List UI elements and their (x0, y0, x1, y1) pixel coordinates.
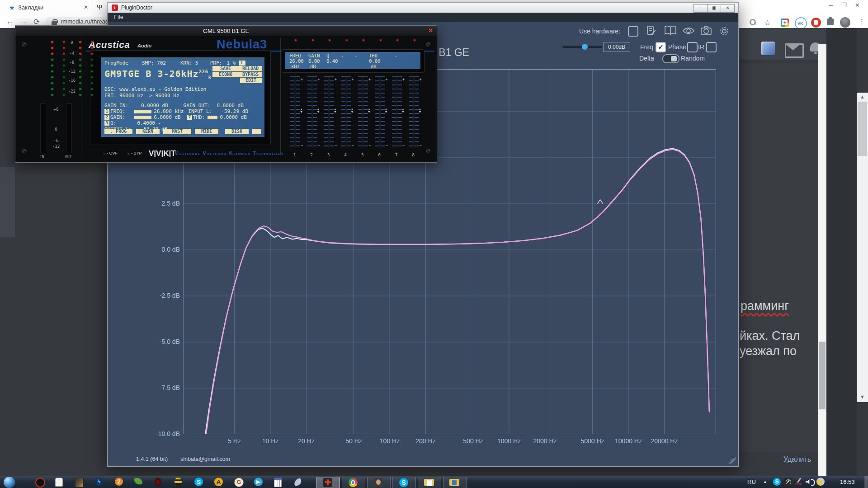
pd-close-button[interactable]: ✕ (721, 4, 735, 13)
forum-logo-cube-icon[interactable] (761, 42, 775, 55)
lcd-bottom-button-blank[interactable] (252, 129, 261, 134)
leaf-app-icon[interactable] (135, 478, 146, 487)
page-scrollbar-thumb[interactable] (858, 102, 867, 156)
tab-bookmarks[interactable]: Закладки (18, 4, 43, 11)
skype-taskbar-button[interactable]: S (392, 477, 416, 488)
aimp-app-icon[interactable]: A (214, 478, 225, 487)
plugindoctor-titlebar[interactable]: + PluginDoctor ─ ▣ ✕ (108, 3, 738, 13)
calculator-app-icon[interactable] (274, 478, 285, 487)
nebula-titlebar[interactable]: GML 9500 B1 GE ✕ (15, 26, 437, 36)
menu-file[interactable]: File (114, 14, 123, 20)
lcd-prog-line[interactable]: ProgModeSMP: 702KRN: 5PRF:1 %L (104, 60, 245, 66)
forward-icon[interactable]: → (20, 17, 28, 26)
guitarpro-app-icon[interactable]: G (234, 478, 245, 487)
lcd-button-save[interactable]: SAVE (212, 66, 239, 71)
lcd-button-econo[interactable]: ECONO (212, 72, 239, 77)
telegram-app-icon[interactable] (254, 478, 265, 487)
lcd-bottom-button-disk[interactable]: DISK (225, 129, 249, 134)
skype-app-icon[interactable]: S (194, 478, 205, 487)
language-indicator[interactable]: RU (747, 479, 756, 485)
shell-app-icon[interactable] (155, 478, 165, 487)
bee-app-icon[interactable] (175, 478, 185, 487)
use-hardware-checkbox[interactable] (628, 26, 638, 37)
settings-gear-icon[interactable] (718, 25, 730, 37)
numeral2-app-icon[interactable]: 2 (115, 478, 126, 487)
browser-menu-dots-icon[interactable]: ⋮ (859, 18, 865, 26)
back-icon[interactable]: ← (6, 17, 14, 26)
record-app-icon[interactable] (35, 478, 46, 487)
inner-scrollbar-thumb[interactable] (819, 342, 826, 409)
google-plus-extension-icon[interactable]: + (781, 19, 789, 27)
folder-save-taskbar-button[interactable] (443, 477, 467, 488)
lcd-bottom-button-prog[interactable]: . PROG (104, 129, 132, 134)
camera-icon[interactable] (700, 25, 712, 36)
tray-gauge-icon[interactable] (784, 478, 793, 486)
fader-spinner[interactable]: ▲▼ (317, 108, 320, 113)
pd-maximize-button[interactable]: ▣ (707, 4, 721, 13)
fader-track[interactable] (379, 77, 381, 148)
profile-avatar[interactable] (840, 17, 850, 28)
delta-random-toggle[interactable] (662, 54, 679, 63)
pointer-app-icon[interactable] (55, 478, 66, 487)
lcd-button-edit[interactable]: EDIT (240, 78, 262, 83)
lcd-value-bar[interactable] (134, 110, 151, 113)
tray-skype-icon[interactable]: S (773, 478, 781, 486)
scroll-down-icon[interactable]: ▼ (860, 394, 865, 399)
clock[interactable]: 16:53 (840, 479, 855, 485)
bookmark-this-star-icon[interactable]: ☆ (764, 18, 771, 28)
plugindoctor-taskbar-button[interactable]: ✚ (316, 477, 340, 488)
tray-volume-icon[interactable] (806, 478, 815, 486)
adblock-hand-icon[interactable] (811, 18, 821, 28)
fader-track[interactable] (362, 77, 363, 148)
fader-spinner[interactable]: ▲▼ (385, 108, 388, 113)
nebula-close-icon[interactable]: ✕ (428, 27, 433, 34)
tray-weather-moon-icon[interactable] (816, 478, 825, 486)
tray-dsp-icon[interactable]: DSP (795, 477, 804, 486)
start-button[interactable] (4, 477, 15, 488)
lcd-bottom-button-mast[interactable]: MAST (163, 129, 191, 134)
tab2-favicon-icon[interactable]: Ψ (97, 3, 103, 11)
fader-spinner[interactable]: ▲▼ (368, 108, 371, 113)
output-fader[interactable] (66, 103, 72, 153)
lcd-button-bypass[interactable]: BYPASS (239, 72, 262, 77)
lcd-bottom-button-midi[interactable]: MIDI (195, 129, 218, 134)
ir-checkbox[interactable] (706, 42, 717, 52)
window-restore-icon[interactable]: ❐ (841, 2, 847, 9)
tab-close-icon[interactable]: ✕ (84, 4, 88, 10)
photo-taskbar-button[interactable] (367, 477, 391, 488)
fader-track[interactable] (345, 77, 347, 148)
fader-track[interactable] (311, 77, 313, 148)
lcd-button-reload[interactable]: RELOAD (239, 66, 262, 71)
zoom-icon[interactable] (750, 19, 755, 24)
dolphin-app-icon[interactable] (294, 478, 305, 487)
fader-track[interactable] (328, 77, 330, 148)
gain-slider-thumb[interactable] (582, 44, 588, 50)
vk-extension-icon[interactable]: VK (795, 17, 807, 29)
fader-spinner[interactable]: ▲▼ (401, 108, 405, 113)
fader-spinner[interactable]: ▲▼ (300, 108, 303, 113)
show-desktop-button[interactable] (864, 476, 868, 488)
fader-spinner[interactable]: ▲▼ (351, 108, 354, 113)
fader-spinner[interactable]: ▲▼ (419, 108, 422, 113)
gain-value-box[interactable]: 0.00dB (603, 42, 630, 52)
input-fader[interactable] (40, 103, 46, 153)
notes-edit-icon[interactable] (646, 25, 657, 36)
extensions-puzzle-icon[interactable] (827, 19, 834, 25)
manual-book-icon[interactable] (664, 25, 677, 36)
fader-track[interactable] (413, 77, 415, 148)
window-minimize-icon[interactable]: ─ (829, 2, 833, 9)
inner-scrollbar-track[interactable] (818, 44, 826, 476)
lcd-value-bar[interactable] (208, 116, 217, 119)
lcd-screen[interactable]: ProgModeSMP: 702KRN: 5PRF:1 %L GM9TGE B … (101, 57, 264, 137)
lightning-app-icon[interactable]: ϟ (95, 478, 106, 487)
delete-link[interactable]: Удалить (783, 455, 811, 464)
folder-copy-taskbar-button[interactable] (418, 477, 441, 488)
window-close-icon[interactable]: ✕ (855, 2, 860, 9)
fader-track[interactable] (294, 77, 296, 148)
phase-checkbox[interactable] (687, 42, 698, 52)
lcd-chip[interactable]: L (239, 61, 245, 66)
lcd-bottom-button-kern[interactable]: KERN (136, 129, 160, 134)
resize-grip[interactable] (729, 457, 736, 464)
scroll-up-icon[interactable]: ▲ (860, 94, 865, 99)
tray-expand-icon[interactable]: ▲ (763, 479, 767, 484)
